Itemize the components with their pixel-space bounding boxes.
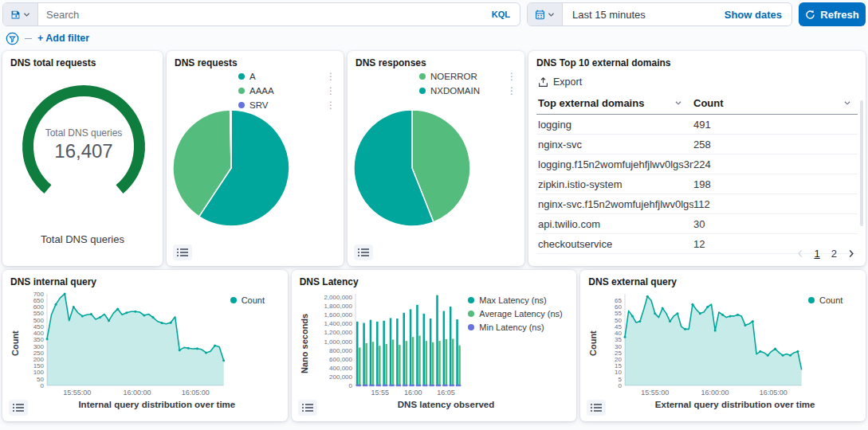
legend-dot xyxy=(468,297,474,303)
svg-text:16:00:00: 16:00:00 xyxy=(124,389,151,397)
chevron-down-icon[interactable] xyxy=(843,100,851,106)
legend-toggle-button[interactable] xyxy=(354,244,373,260)
legend-item-menu-icon[interactable]: ⋮ xyxy=(326,73,336,80)
gauge-center-text: Total DNS queries 16,407 xyxy=(10,127,157,162)
refresh-button[interactable]: Refresh xyxy=(799,2,866,26)
legend-item-menu-icon[interactable]: ⋮ xyxy=(507,88,516,94)
legend-item-menu-icon[interactable]: ⋮ xyxy=(326,102,336,108)
time-range-label[interactable]: Last 15 minutes xyxy=(563,9,725,21)
legend-item[interactable]: Average Latency (ns) xyxy=(468,309,568,319)
column-header-domains[interactable]: Top external domains xyxy=(538,97,693,109)
page-number-1[interactable]: 1 xyxy=(815,248,820,260)
previous-page-icon[interactable] xyxy=(797,249,803,258)
latency-bar-chart[interactable]: 0200,000400,000600,000800,0001,000,0001,… xyxy=(311,289,469,397)
svg-text:65: 65 xyxy=(615,297,622,304)
svg-text:400: 400 xyxy=(33,330,45,337)
legend-item[interactable]: Count xyxy=(808,295,858,305)
panel-title: DNS responses xyxy=(355,57,516,68)
legend-item[interactable]: A⋮ xyxy=(238,72,336,81)
chevron-down-icon xyxy=(23,12,30,18)
legend-label: Min Latency (ns) xyxy=(479,322,544,332)
chevron-down-icon[interactable] xyxy=(674,100,682,106)
svg-text:20: 20 xyxy=(615,356,622,363)
export-label: Export xyxy=(553,76,582,88)
svg-text:450: 450 xyxy=(33,323,45,330)
legend-label: AAAA xyxy=(249,86,274,96)
svg-text:1,800,000: 1,800,000 xyxy=(324,303,352,310)
svg-text:16:05:00: 16:05:00 xyxy=(182,389,210,397)
panel-dns-latency: DNS Latency Nano seconds 0200,000400,000… xyxy=(292,270,577,421)
table-row[interactable]: nginx-svc258 xyxy=(536,135,858,154)
y-axis-title: Nano seconds xyxy=(300,289,311,397)
list-icon xyxy=(591,403,602,412)
column-header-count[interactable]: Count xyxy=(693,97,856,109)
gauge-metric-value: 16,407 xyxy=(10,140,157,162)
show-dates-link[interactable]: Show dates xyxy=(725,9,791,21)
list-icon xyxy=(302,403,313,412)
saved-query-menu-button[interactable] xyxy=(3,3,38,25)
svg-text:1,400,000: 1,400,000 xyxy=(324,320,352,327)
responses-pie-chart[interactable] xyxy=(352,108,472,228)
legend-item-menu-icon[interactable]: ⋮ xyxy=(507,73,516,80)
filter-icon[interactable] xyxy=(6,32,19,45)
legend-item[interactable]: NXDOMAIN⋮ xyxy=(419,86,516,96)
filter-bar: + Add filter xyxy=(6,30,866,46)
table-row[interactable]: logging.f15n2womfujehfjlwv0lgs3nog....22… xyxy=(536,154,858,174)
panel-title: DNS external query xyxy=(588,276,858,287)
legend-item[interactable]: NOERROR⋮ xyxy=(419,72,516,81)
legend-label: Count xyxy=(819,295,842,305)
svg-text:30: 30 xyxy=(615,343,622,350)
panel-dns-requests: DNS requests A⋮AAAA⋮SRV⋮ xyxy=(167,51,344,266)
svg-text:15:55:00: 15:55:00 xyxy=(63,389,91,397)
svg-text:600: 600 xyxy=(33,303,45,311)
legend-dot xyxy=(238,73,245,80)
add-filter-link[interactable]: + Add filter xyxy=(37,33,89,44)
legend-item[interactable]: Count xyxy=(230,295,280,305)
search-input[interactable] xyxy=(38,9,482,21)
x-axis-title: External query distribution over time xyxy=(588,400,858,409)
date-quick-menu-button[interactable] xyxy=(528,3,563,25)
save-icon xyxy=(10,10,21,20)
svg-text:55: 55 xyxy=(615,310,622,317)
next-page-icon[interactable] xyxy=(848,249,854,258)
svg-text:800,000: 800,000 xyxy=(329,347,352,354)
panel-title: DNS Top 10 external domains xyxy=(536,57,858,68)
legend-toggle-button[interactable] xyxy=(298,400,317,416)
count-cell: 112 xyxy=(693,198,856,210)
kql-language-button[interactable]: KQL xyxy=(482,10,520,19)
internal-query-area-chart[interactable]: 0501001502002503003504004505005506006507… xyxy=(22,289,230,397)
legend-item-menu-icon[interactable]: ⋮ xyxy=(326,88,336,94)
svg-text:10: 10 xyxy=(615,369,622,376)
legend-item[interactable]: AAAA⋮ xyxy=(238,86,336,96)
panel-dns-internal-query: DNS internal query Count 050100150200250… xyxy=(2,270,288,421)
external-query-area-chart[interactable]: 0510152025303540455055606515:55:0016:00:… xyxy=(599,289,808,397)
requests-pie-chart[interactable] xyxy=(171,108,291,228)
table-row[interactable]: nginx-svc.f15n2womfujehfjlwv0lgs3no...11… xyxy=(536,194,858,214)
legend-toggle-button[interactable] xyxy=(173,244,192,260)
legend-item[interactable]: Max Latency (ns) xyxy=(468,295,568,305)
table-row[interactable]: zipkin.istio-system198 xyxy=(536,174,858,194)
domain-cell: logging xyxy=(538,119,693,131)
export-button[interactable]: Export xyxy=(538,76,594,88)
legend-toggle-button[interactable] xyxy=(9,400,28,416)
panel-title: DNS requests xyxy=(175,57,336,68)
domain-cell: zipkin.istio-system xyxy=(538,178,693,190)
table-row[interactable]: api.twilio.com30 xyxy=(536,214,858,234)
legend-dot xyxy=(419,88,426,94)
list-icon xyxy=(177,248,188,257)
table-scrollbar[interactable] xyxy=(860,100,863,226)
svg-text:500: 500 xyxy=(33,317,45,324)
legend-item[interactable]: Min Latency (ns) xyxy=(468,322,568,332)
svg-text:600,000: 600,000 xyxy=(329,356,352,363)
chevron-down-icon xyxy=(548,12,555,18)
table-row[interactable]: logging491 xyxy=(536,115,858,135)
svg-text:50: 50 xyxy=(37,376,44,383)
svg-text:0: 0 xyxy=(348,382,352,389)
chart-legend: Max Latency (ns)Average Latency (ns)Min … xyxy=(468,289,568,397)
svg-text:40: 40 xyxy=(615,330,622,337)
legend-toggle-button[interactable] xyxy=(587,400,606,416)
svg-text:350: 350 xyxy=(33,336,45,343)
gauge-chart[interactable]: Total DNS queries 16,407 xyxy=(10,75,157,215)
svg-text:1,200,000: 1,200,000 xyxy=(324,329,352,336)
page-number-2[interactable]: 2 xyxy=(831,248,837,260)
